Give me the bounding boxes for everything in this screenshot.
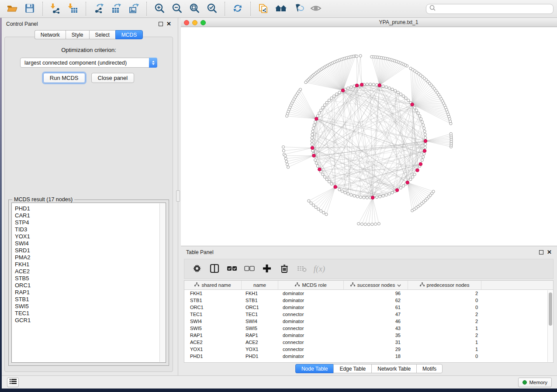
- mcds-result-item[interactable]: GCR1: [15, 317, 166, 324]
- network-node[interactable]: [282, 149, 285, 152]
- table-row[interactable]: ACE2ACE2connector311: [184, 339, 553, 346]
- network-node[interactable]: [374, 223, 377, 225]
- network-hub-node[interactable]: [416, 168, 419, 172]
- maximize-window-icon[interactable]: [201, 20, 206, 25]
- table-row[interactable]: STB1STB1dominator620: [184, 297, 553, 304]
- network-hub-node[interactable]: [419, 162, 422, 166]
- network-node[interactable]: [325, 178, 328, 181]
- network-node[interactable]: [308, 199, 310, 202]
- mcds-result-item[interactable]: CAR1: [15, 212, 166, 219]
- network-node[interactable]: [350, 86, 353, 88]
- network-node[interactable]: [357, 223, 360, 225]
- splitter-grip[interactable]: [176, 190, 180, 202]
- network-node[interactable]: [405, 97, 407, 100]
- eye-button[interactable]: [309, 2, 322, 15]
- network-node[interactable]: [325, 213, 328, 216]
- network-hub-node[interactable]: [312, 154, 316, 158]
- delete-column-button[interactable]: [279, 263, 290, 275]
- network-node[interactable]: [369, 83, 372, 86]
- network-node[interactable]: [284, 155, 287, 157]
- network-node[interactable]: [356, 195, 359, 198]
- mcds-result-item[interactable]: TEC1: [15, 310, 166, 317]
- mcds-result-item[interactable]: SWI4: [15, 240, 166, 247]
- network-node[interactable]: [315, 206, 317, 209]
- network-hub-node[interactable]: [334, 185, 337, 189]
- network-node[interactable]: [409, 67, 412, 70]
- save-session-button[interactable]: [23, 2, 36, 15]
- network-node[interactable]: [350, 194, 353, 196]
- column-header-successor-nodes[interactable]: successor nodes: [344, 281, 408, 289]
- network-node[interactable]: [310, 202, 312, 204]
- network-node[interactable]: [347, 193, 349, 195]
- network-node[interactable]: [423, 127, 426, 130]
- mcds-result-item[interactable]: YOX1: [15, 233, 166, 240]
- memory-button[interactable]: Memory: [518, 378, 552, 387]
- search-box[interactable]: [426, 4, 554, 14]
- network-node[interactable]: [313, 124, 315, 126]
- network-node[interactable]: [312, 204, 315, 206]
- network-node[interactable]: [364, 223, 367, 226]
- network-node[interactable]: [320, 210, 322, 212]
- network-hub-node[interactable]: [395, 189, 399, 192]
- close-panel-icon[interactable]: ✕: [166, 22, 171, 26]
- network-node[interactable]: [450, 132, 452, 135]
- network-node[interactable]: [415, 109, 418, 112]
- mcds-result-item[interactable]: STB1: [15, 296, 166, 303]
- network-node[interactable]: [322, 107, 324, 109]
- mcds-result-item[interactable]: RAP1: [15, 289, 166, 296]
- network-node[interactable]: [388, 87, 391, 89]
- tab-select[interactable]: Select: [89, 30, 115, 39]
- network-node[interactable]: [422, 156, 425, 158]
- network-node[interactable]: [287, 166, 289, 168]
- network-node[interactable]: [421, 120, 423, 123]
- network-node[interactable]: [388, 193, 391, 195]
- import-table-button[interactable]: [66, 2, 80, 15]
- network-hub-node[interactable]: [315, 117, 318, 120]
- network-window-titlebar[interactable]: YPA_prune.txt_1: [181, 18, 557, 27]
- network-node[interactable]: [323, 104, 326, 107]
- network-node[interactable]: [359, 196, 362, 199]
- run-mcds-button[interactable]: Run MCDS: [43, 73, 85, 83]
- network-node[interactable]: [328, 180, 330, 183]
- network-node[interactable]: [328, 99, 330, 102]
- network-node[interactable]: [286, 115, 288, 117]
- close-window-icon[interactable]: [184, 20, 189, 25]
- mcds-result-item[interactable]: STB5: [15, 275, 166, 282]
- column-header-predecessor-nodes[interactable]: predecessor nodes: [408, 281, 481, 289]
- network-node[interactable]: [385, 194, 387, 196]
- open-session-button[interactable]: [6, 2, 19, 15]
- function-builder-button[interactable]: f(x): [314, 263, 325, 275]
- table-row[interactable]: RAP1RAP1dominator352: [184, 332, 553, 339]
- network-node[interactable]: [413, 107, 416, 109]
- network-node[interactable]: [322, 173, 324, 175]
- network-node[interactable]: [420, 117, 422, 120]
- network-node[interactable]: [382, 85, 384, 87]
- table-scrollbar[interactable]: [547, 290, 553, 362]
- mcds-result-item[interactable]: ORC1: [15, 282, 166, 289]
- network-node[interactable]: [353, 195, 356, 197]
- deselect-all-button[interactable]: [244, 263, 255, 275]
- network-node[interactable]: [424, 146, 426, 149]
- network-hub-node[interactable]: [318, 168, 322, 171]
- table-settings-button[interactable]: [191, 263, 203, 275]
- mcds-result-item[interactable]: SWI5: [15, 303, 166, 310]
- table-row[interactable]: ORC1ORC1dominator610: [184, 304, 553, 311]
- network-node[interactable]: [323, 175, 326, 178]
- network-node[interactable]: [409, 178, 412, 181]
- network-node[interactable]: [286, 163, 288, 165]
- table-row[interactable]: TEC1TEC1connector472: [184, 311, 553, 318]
- network-node[interactable]: [284, 157, 287, 160]
- table-row[interactable]: SWI5SWI5connector431: [184, 325, 553, 332]
- network-node[interactable]: [366, 196, 368, 199]
- network-node[interactable]: [311, 140, 313, 142]
- network-node[interactable]: [422, 124, 425, 126]
- mcds-result-item[interactable]: PHD1: [15, 205, 166, 212]
- network-node[interactable]: [397, 91, 399, 94]
- table-row[interactable]: YOX1YOX1connector291: [184, 346, 553, 353]
- mcds-result-item[interactable]: PMA2: [15, 254, 166, 261]
- network-node[interactable]: [413, 173, 416, 175]
- close-panel-button[interactable]: Close panel: [91, 73, 135, 83]
- add-column-button[interactable]: [261, 263, 273, 275]
- network-node[interactable]: [399, 93, 402, 96]
- clone-network-button[interactable]: [257, 2, 270, 15]
